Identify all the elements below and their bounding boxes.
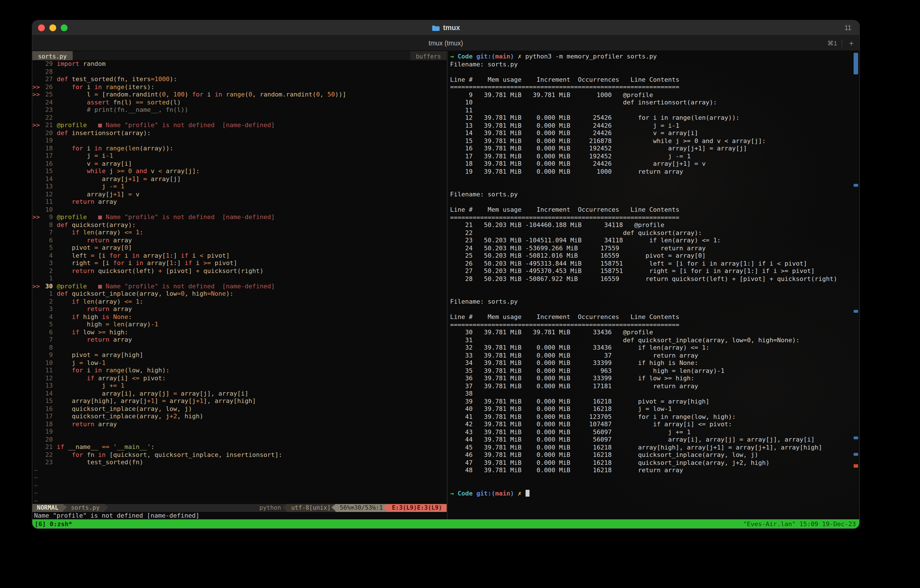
token-op: ==: [102, 443, 110, 451]
vim-code-area[interactable]: 29import random2827def test_sorted(fn, i…: [32, 60, 447, 504]
line-number: 1: [41, 275, 53, 282]
token-text: array[i]: [98, 160, 132, 167]
token-text: low: [83, 359, 98, 366]
token-op: =: [94, 152, 98, 159]
line-number: 24: [41, 99, 53, 106]
token-op: +: [113, 190, 117, 198]
token-text: [522, 489, 525, 497]
line-number: 16: [41, 405, 53, 413]
token-pgit: ): [510, 53, 514, 60]
buffers-menu[interactable]: buffers: [410, 51, 447, 60]
token-text: array[j: [57, 190, 113, 198]
blank-line: [450, 482, 854, 489]
token-kw: if: [57, 443, 65, 451]
blank-line: [450, 290, 854, 298]
window-title: tmux: [32, 24, 859, 32]
token-text: l: [57, 91, 94, 98]
code-line: 18 for i in range(len(array)):: [32, 144, 447, 152]
line-text: def test_sorted(fn, iters=1000):: [57, 76, 177, 83]
shell-prompt-command: → Code git:(main) ✗ python3 -m memory_pr…: [450, 53, 854, 60]
statusline-encoding: utf-8[unix]: [287, 504, 335, 512]
traffic-lights: [38, 24, 68, 31]
scrollbar[interactable]: [854, 51, 859, 519]
token-text: i: [83, 367, 94, 374]
zoom-button[interactable]: [61, 24, 68, 31]
line-text: @profile ■ Name "profile" is not defined…: [57, 214, 275, 221]
code-line: 20def insertionsort(array):: [32, 129, 447, 137]
token-kw: for: [72, 83, 83, 91]
profiler-filename: Filename: sorts.py: [450, 298, 854, 306]
shell-pane[interactable]: → Code git:(main) ✗ python3 -m memory_pr…: [448, 51, 859, 519]
profiler-table-separator: ========================================…: [450, 321, 854, 329]
profiler-table-row: 26 50.203 MiB -495313.844 MiB 158751 lef…: [450, 260, 854, 267]
token-kw: in: [136, 259, 143, 267]
token-kw: in: [132, 252, 139, 259]
token-diag: ■ Name "profile" is not defined [name-de…: [98, 282, 275, 290]
code-line: 11 for i in range(low, high):: [32, 367, 447, 374]
line-text: return array: [57, 420, 117, 428]
token-text: array: [109, 305, 132, 313]
token-text: pivot]: [211, 259, 237, 267]
code-line: 20: [32, 436, 447, 443]
tab-tmux[interactable]: tmux (tmux): [32, 40, 859, 47]
scrollbar-thumb[interactable]: [854, 53, 858, 75]
token-text: high:: [105, 328, 128, 336]
profiler-table-row: 33 39.781 MiB 0.000 MiB 37 return array: [450, 352, 854, 359]
token-text: quicksort_inplace(array, low, j): [57, 405, 192, 412]
line-text: def quicksort(array):: [57, 221, 136, 228]
code-line: 7 return array: [32, 336, 447, 343]
scroll-mark-error[interactable]: [854, 464, 858, 468]
code-line: 10: [32, 206, 447, 214]
line-number: 3: [41, 259, 53, 267]
buffer-tab-sorts-py[interactable]: sorts.py: [32, 51, 72, 60]
shell-prompt-idle: → Code git:(main) ✗: [450, 489, 854, 497]
code-line: 2 if len(array) <= 1:: [32, 298, 447, 305]
code-line: >>21@profile ■ Name "profile" is not def…: [32, 121, 447, 129]
code-line: 12 if array[i] <= pivot:: [32, 374, 447, 382]
line-text: while j >= 0 and v < array[j]:: [57, 167, 199, 175]
token-kw: return: [87, 305, 110, 313]
line-number: 28: [41, 68, 53, 76]
scroll-mark[interactable]: [854, 453, 858, 456]
token-text: array[: [139, 252, 166, 259]
token-op: =: [143, 175, 147, 183]
profiler-table-row: 22 def quicksort(array):: [450, 229, 854, 236]
token-bi: range: [105, 83, 124, 91]
shell-output[interactable]: → Code git:(main) ✗ python3 -m memory_pr…: [450, 51, 854, 519]
profiler-table-row: 38: [450, 390, 854, 398]
token-text: (: [125, 144, 128, 152]
line-number: 26: [41, 83, 53, 91]
code-line: 21if __name__ == '__main__':: [32, 443, 447, 451]
profiler-table-row: 9 39.781 MiB 39.781 MiB 1000 @profile: [450, 91, 854, 99]
token-text: [57, 420, 72, 428]
token-num: 0: [162, 91, 166, 98]
blank-line: [450, 198, 854, 206]
token-text: i: [192, 259, 204, 267]
token-text: i: [121, 252, 132, 259]
close-button[interactable]: [38, 24, 45, 31]
token-num: 1: [102, 359, 105, 366]
scroll-mark[interactable]: [854, 436, 858, 439]
token-kw: return: [72, 198, 94, 206]
token-diag: ■ Name "profile" is not defined [name-de…: [98, 214, 275, 221]
scroll-mark[interactable]: [854, 310, 858, 313]
scroll-mark[interactable]: [854, 184, 858, 187]
tmux-session-windows[interactable]: [6] 0:zsh*: [32, 520, 72, 528]
line-number: 17: [41, 152, 53, 160]
token-op: =: [94, 91, 98, 98]
empty-buffer-line: ~: [32, 489, 447, 497]
desktop: tmux 11 tmux (tmux) ⌘1 + sorts.py buffer…: [0, 0, 920, 588]
token-dec: @profile: [57, 214, 87, 221]
minimize-button[interactable]: [49, 24, 56, 31]
new-tab-button[interactable]: +: [847, 39, 856, 48]
token-op: <: [158, 167, 162, 175]
vim-pane[interactable]: sorts.py buffers 29import random2827def …: [32, 51, 447, 519]
token-text: [132, 298, 136, 305]
token-kw: in: [94, 83, 102, 91]
token-text: (low, high):: [125, 367, 170, 374]
line-text: def insertionsort(array):: [57, 129, 151, 136]
token-text: j: [57, 152, 94, 159]
token-text: [57, 374, 87, 382]
token-text: ]: [121, 190, 128, 198]
token-text: quicksort_inplace(array, low: [68, 290, 177, 297]
